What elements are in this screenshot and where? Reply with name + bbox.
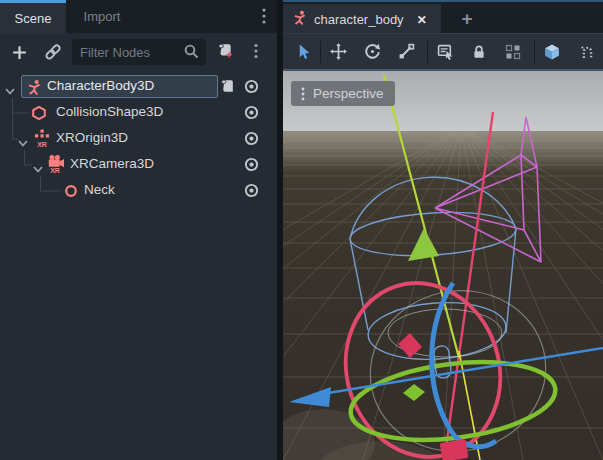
tree-row-characterbody3d[interactable]: CharacterBody3D: [0, 74, 277, 100]
horizon-haze: [283, 131, 603, 173]
environment: [283, 71, 603, 460]
perspective-dots-icon: [298, 86, 308, 105]
rotate-tool-button[interactable]: [359, 40, 385, 64]
scene-tabs: character_body ✕ +: [283, 0, 603, 33]
group-selected-icon[interactable]: [500, 40, 526, 64]
local-space-cube-button[interactable]: [539, 40, 565, 64]
attached-script-icon[interactable]: [219, 78, 236, 99]
xr-camera-icon: XR: [47, 154, 65, 178]
toolbar-separator: [320, 41, 321, 63]
character-body-icon: [26, 79, 42, 99]
visibility-eye-icon[interactable]: [243, 156, 260, 177]
dock-menu-icon[interactable]: [256, 7, 272, 25]
perspective-label: Perspective: [313, 86, 384, 101]
collision-shape-icon: [31, 105, 47, 125]
node-label: XROrigin3D: [56, 130, 128, 145]
tab-character-body[interactable]: character_body ✕: [283, 4, 441, 35]
tab-import[interactable]: Import: [66, 0, 138, 33]
toolbar-separator: [427, 41, 428, 63]
tree-row-neck[interactable]: Neck: [0, 178, 277, 204]
list-select-button[interactable]: [432, 40, 458, 64]
visibility-eye-icon[interactable]: [243, 104, 260, 125]
viewport-canvas: [283, 71, 603, 460]
tab-label: character_body: [314, 12, 404, 27]
viewport-toolbar: [283, 33, 603, 71]
visibility-eye-icon[interactable]: [243, 78, 260, 99]
tab-scene[interactable]: Scene: [0, 0, 66, 33]
scene-tree: CharacterBody3D CollisionShape3D: [0, 74, 277, 460]
visibility-eye-icon[interactable]: [243, 182, 260, 203]
instance-scene-button[interactable]: [42, 41, 64, 63]
tree-row-xrorigin3d[interactable]: XR XROrigin3D: [0, 126, 277, 152]
add-node-button[interactable]: [8, 41, 30, 63]
move-tool-button[interactable]: [325, 40, 351, 64]
node-label: Neck: [84, 182, 115, 197]
viewport-3d[interactable]: Perspective: [283, 71, 603, 460]
viewport-panel: character_body ✕ +: [283, 0, 603, 460]
lock-icon[interactable]: [466, 40, 492, 64]
svg-text:XR: XR: [37, 141, 47, 148]
xr-origin-icon: XR: [34, 129, 50, 152]
chevron-down-icon[interactable]: [4, 82, 16, 100]
filter-nodes-input[interactable]: [80, 39, 180, 65]
search-icon: [183, 43, 200, 64]
scene-tree-options-icon[interactable]: [245, 40, 267, 62]
snap-magnet-button[interactable]: [574, 40, 600, 64]
select-tool-button[interactable]: [290, 40, 316, 64]
tree-row-xrcamera3d[interactable]: XR XRCamera3D: [0, 152, 277, 178]
svg-text:XR: XR: [50, 167, 60, 174]
perspective-menu-button[interactable]: Perspective: [291, 81, 395, 106]
toolbar-separator: [534, 41, 535, 63]
visibility-eye-icon[interactable]: [243, 130, 260, 151]
neck-node-icon: [63, 183, 79, 203]
attach-script-button[interactable]: [214, 40, 236, 62]
node-label: XRCamera3D: [70, 156, 154, 171]
scene-dock-toolbar: [0, 33, 277, 71]
node-label: CollisionShape3D: [56, 104, 163, 119]
filter-nodes-box: [72, 39, 206, 65]
scene-dock: Scene Import: [0, 0, 277, 460]
close-icon[interactable]: ✕: [417, 13, 427, 27]
chevron-down-icon[interactable]: [17, 134, 29, 152]
new-tab-button[interactable]: +: [455, 5, 479, 33]
scale-tool-button[interactable]: [393, 40, 419, 64]
scene-dock-tabbar: Scene Import: [0, 0, 277, 33]
chevron-down-icon[interactable]: [32, 160, 44, 178]
godot-editor: Scene Import: [0, 0, 603, 460]
node-label: CharacterBody3D: [47, 78, 154, 93]
tree-row-collisionshape3d[interactable]: CollisionShape3D: [0, 100, 277, 126]
character-body-icon: [292, 10, 307, 29]
